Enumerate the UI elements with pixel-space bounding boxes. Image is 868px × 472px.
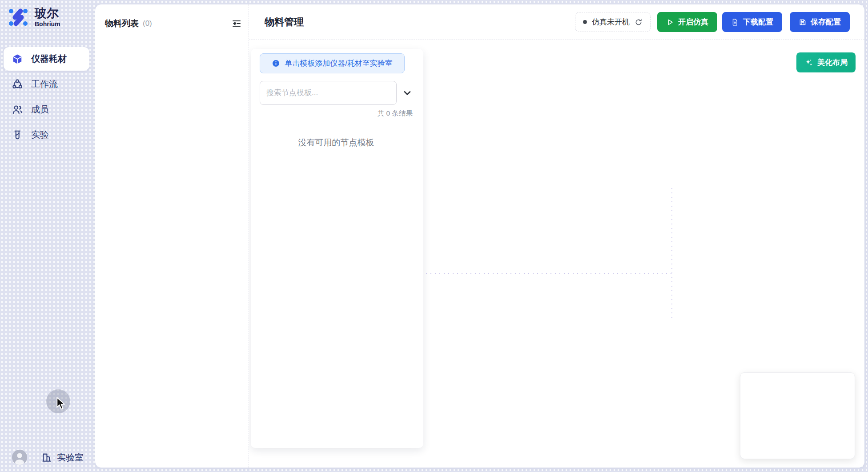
page-header: 物料管理 仿真未开机 <box>249 4 864 40</box>
sidebar-item-instruments[interactable]: 仪器耗材 <box>4 47 89 71</box>
building-icon <box>41 452 52 463</box>
lab-switcher[interactable]: 实验室 <box>41 452 84 464</box>
canvas-guide-vertical <box>671 188 672 318</box>
download-config-button[interactable]: 下载配置 <box>722 12 782 32</box>
sidebar-item-workflow[interactable]: 工作流 <box>4 72 89 96</box>
user-avatar[interactable] <box>12 450 27 465</box>
brand: 玻尔 Bohrium <box>6 5 60 29</box>
info-icon <box>272 59 280 68</box>
material-list-panel: 物料列表 (0) <box>95 4 249 468</box>
members-icon <box>12 104 23 116</box>
start-simulation-label: 开启仿真 <box>678 17 708 27</box>
sidebar-item-experiments[interactable]: 实验 <box>4 123 89 147</box>
start-simulation-button[interactable]: 开启仿真 <box>657 12 717 32</box>
template-panel: 单击模板添加仪器/耗材至实验室 共 0 条结果 没有可用的节点模板 <box>251 49 423 448</box>
workflow-icon <box>12 79 23 90</box>
mouse-cursor <box>55 397 67 410</box>
sidebar: 玻尔 Bohrium 仪器耗材 工作流 <box>0 0 95 472</box>
chevron-down-icon[interactable] <box>402 87 414 99</box>
refresh-icon[interactable] <box>635 18 643 26</box>
beautify-layout-button[interactable]: 美化布局 <box>796 52 856 72</box>
status-label: 仿真未开机 <box>592 17 630 27</box>
flow-canvas[interactable]: 单击模板添加仪器/耗材至实验室 共 0 条结果 没有可用的节点模板 <box>249 40 864 468</box>
bohrium-logo-icon <box>6 5 30 29</box>
download-file-icon <box>731 18 739 26</box>
simulation-status[interactable]: 仿真未开机 <box>575 12 651 32</box>
sidebar-item-label: 实验 <box>31 129 49 141</box>
brand-name: 玻尔 <box>35 7 60 20</box>
material-list-title: 物料列表 <box>105 18 139 29</box>
collapse-panel-icon[interactable] <box>231 18 242 29</box>
result-count: 共 0 条结果 <box>260 109 413 118</box>
sidebar-item-label: 成员 <box>31 104 49 116</box>
save-config-label: 保存配置 <box>811 17 841 27</box>
search-input[interactable] <box>260 81 397 105</box>
page-title: 物料管理 <box>265 16 304 29</box>
sidebar-item-label: 仪器耗材 <box>31 53 67 65</box>
lab-label: 实验室 <box>57 452 84 464</box>
main-column: 物料管理 仿真未开机 <box>249 4 864 468</box>
save-icon <box>799 18 807 26</box>
beautify-layout-label: 美化布局 <box>817 57 848 68</box>
sidebar-nav: 仪器耗材 工作流 成员 <box>4 47 89 147</box>
sidebar-item-label: 工作流 <box>31 78 58 90</box>
download-config-label: 下载配置 <box>743 17 773 27</box>
brand-subtitle: Bohrium <box>35 21 60 28</box>
save-config-button[interactable]: 保存配置 <box>790 12 850 32</box>
status-dot-icon <box>583 20 587 24</box>
sparkles-icon <box>804 58 813 67</box>
main-card: 物料列表 (0) 物料管理 仿真未开机 <box>95 4 864 468</box>
sidebar-item-members[interactable]: 成员 <box>4 98 89 121</box>
hint-banner-text: 单击模板添加仪器/耗材至实验室 <box>285 58 393 68</box>
cube-icon <box>12 53 23 65</box>
play-icon <box>666 18 674 26</box>
empty-state-text: 没有可用的节点模板 <box>260 137 413 148</box>
canvas-guide-horizontal <box>426 273 674 274</box>
minimap[interactable] <box>740 372 855 459</box>
test-tube-icon <box>12 129 23 141</box>
material-list-count: (0) <box>143 19 152 28</box>
hint-banner: 单击模板添加仪器/耗材至实验室 <box>260 53 405 73</box>
